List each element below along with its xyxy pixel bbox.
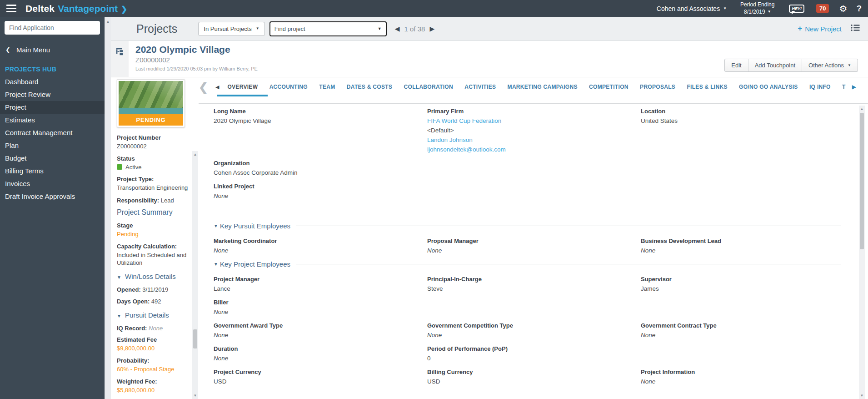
summary-field-estimated-fee: Estimated Fee$9,800,000.00 bbox=[117, 336, 190, 353]
tab-iq-info[interactable]: IQ INFO bbox=[808, 77, 833, 96]
field-value: United States bbox=[641, 116, 841, 126]
scroll-down-icon[interactable]: ▼ bbox=[192, 394, 198, 398]
field-location: LocationUnited States bbox=[641, 108, 841, 155]
field-label: Project Manager bbox=[214, 276, 427, 283]
period-ending-selector[interactable]: Period Ending 8/1/2019 ▼ bbox=[740, 1, 774, 15]
tab-collaboration[interactable]: COLLABORATION bbox=[402, 77, 455, 96]
help-icon[interactable]: ? bbox=[856, 4, 862, 14]
field-value: <Default> bbox=[427, 126, 641, 136]
section-header-key-pursuit-employees[interactable]: ▼Key Pursuit Employees bbox=[214, 222, 841, 230]
field-value: Lead bbox=[159, 197, 174, 204]
project-name: 2020 Olympic Village bbox=[135, 44, 258, 55]
summary-field-weighted-fee: Weighted Fee:$5,880,000.00 bbox=[117, 378, 190, 394]
notification-count-badge[interactable]: 70 bbox=[816, 4, 829, 13]
scrollbar-thumb[interactable] bbox=[860, 113, 864, 249]
form-row: Marketing CoordinatorNoneProposal Manage… bbox=[214, 237, 841, 256]
link-ljohnsondeltek-outlook-com[interactable]: ljohnsondeltek@outlook.com bbox=[427, 145, 641, 155]
section-header-key-project-employees[interactable]: ▼Key Project Employees bbox=[214, 260, 841, 268]
sidebar-item-billing-terms[interactable]: Billing Terms bbox=[0, 165, 105, 177]
page-scrollbar[interactable]: ▲ bbox=[105, 17, 111, 399]
other-actions-button[interactable]: Other Actions ▼ bbox=[802, 59, 858, 71]
field-business-development-lead: Business Development LeadNone bbox=[641, 237, 841, 256]
main-menu-button[interactable]: ❮ Main Menu bbox=[0, 39, 105, 56]
summary-panel-scrollbar[interactable]: ▲ ▼ bbox=[192, 151, 198, 399]
scroll-up-icon[interactable]: ▲ bbox=[105, 20, 111, 24]
hey-notifications-icon[interactable]: HEY! bbox=[789, 5, 804, 13]
new-project-button[interactable]: + New Project bbox=[798, 24, 842, 33]
sidebar-item-draft-invoice-approvals[interactable]: Draft Invoice Approvals bbox=[0, 190, 105, 203]
scroll-down-icon[interactable]: ▼ bbox=[859, 394, 865, 398]
sidebar-item-budget[interactable]: Budget bbox=[0, 152, 105, 165]
hierarchy-tree-icon[interactable] bbox=[115, 47, 125, 77]
link-landon-johnson[interactable]: Landon Johnson bbox=[427, 136, 641, 145]
summary-collapse-win-loss-details[interactable]: ▼ Win/Loss Details bbox=[117, 273, 190, 280]
sidebar-item-estimates[interactable]: Estimates bbox=[0, 114, 105, 126]
tab-files-links[interactable]: FILES & LINKS bbox=[685, 77, 729, 96]
edit-button[interactable]: Edit bbox=[725, 59, 748, 71]
tabs-previous-icon[interactable]: ◀ bbox=[215, 84, 219, 90]
overview-scrollbar[interactable]: ▲ ▼ bbox=[859, 106, 865, 399]
pager-position: 1 of 38 bbox=[404, 25, 425, 33]
field-value: None bbox=[641, 331, 841, 340]
topbar: Deltek Vantagepoint ❯ Cohen and Associat… bbox=[0, 0, 868, 17]
project-summary-panel: PENDING Project NumberZ00000002StatusAct… bbox=[111, 77, 199, 399]
tab-overview[interactable]: OVERVIEW bbox=[225, 77, 259, 96]
field-value: 60% - Proposal Stage bbox=[117, 365, 190, 374]
field-value: 3/11/2019 bbox=[141, 286, 168, 293]
project-filter-dropdown[interactable]: In Pursuit Projects ▼ bbox=[198, 22, 264, 36]
tab-go-no-go-analysis[interactable]: GO/NO GO ANALYSIS bbox=[737, 77, 800, 96]
sidebar-item-plan[interactable]: Plan bbox=[0, 139, 105, 152]
scrollbar-thumb[interactable] bbox=[193, 329, 197, 348]
tab-team[interactable]: TEAM bbox=[317, 77, 337, 96]
field-organization: OrganizationCohen Assoc Corporate Admin bbox=[214, 160, 427, 178]
sidebar-item-dashboard[interactable]: Dashboard bbox=[0, 76, 105, 88]
overview-region: ❮ ◀ OVERVIEWACCOUNTINGTEAMDATES & COSTSC… bbox=[199, 77, 868, 399]
edit-label: Edit bbox=[731, 62, 741, 69]
field-label: Project Information bbox=[641, 369, 841, 375]
summary-fields: Project NumberZ00000002StatusActiveProje… bbox=[117, 134, 190, 399]
tab-activities[interactable]: ACTIVITIES bbox=[463, 77, 498, 96]
sidebar-item-project[interactable]: Project bbox=[0, 101, 105, 114]
tabs-next-icon[interactable]: ▶ bbox=[852, 84, 856, 90]
project-header-icon-column bbox=[111, 41, 129, 77]
find-project-input[interactable] bbox=[274, 25, 378, 32]
field-label: Government Contract Type bbox=[641, 322, 841, 329]
find-application-input[interactable] bbox=[5, 21, 100, 35]
summary-heading-project-summary: Project Summary bbox=[117, 208, 190, 217]
section-divider bbox=[296, 264, 841, 264]
summary-collapse-pursuit-details[interactable]: ▼ Pursuit Details bbox=[117, 311, 190, 319]
tab-dates-costs[interactable]: DATES & COSTS bbox=[345, 77, 394, 96]
field-project-currency: Project CurrencyUSD bbox=[214, 369, 427, 387]
sidebar-item-invoices[interactable]: Invoices bbox=[0, 177, 105, 190]
tab-t[interactable]: T bbox=[840, 77, 848, 96]
field-label: Days Open: bbox=[117, 298, 150, 305]
sidebar-nav: DashboardProject ReviewProjectEstimatesC… bbox=[0, 76, 105, 203]
project-photo[interactable]: PENDING bbox=[117, 79, 185, 127]
find-project-combobox[interactable]: ▼ bbox=[269, 21, 387, 36]
field-label: Linked Project bbox=[214, 183, 427, 190]
field-label: Project Currency bbox=[214, 369, 427, 375]
sidebar-item-project-review[interactable]: Project Review bbox=[0, 88, 105, 101]
sidebar-item-contract-management[interactable]: Contract Management bbox=[0, 126, 105, 139]
add-touchpoint-button[interactable]: Add Touchpoint bbox=[748, 59, 802, 71]
field-value: None bbox=[427, 246, 641, 256]
link-fifa-world-cup-federation[interactable]: FIFA World Cup Federation bbox=[427, 116, 641, 126]
next-record-icon[interactable]: ▶ bbox=[429, 25, 434, 32]
field-label: Project Number bbox=[117, 134, 190, 141]
field-label: Probability: bbox=[117, 357, 190, 364]
form-row: Project CurrencyUSDBilling CurrencyUSDPr… bbox=[214, 369, 841, 387]
scroll-up-icon[interactable]: ▲ bbox=[859, 107, 865, 111]
tab-accounting[interactable]: ACCOUNTING bbox=[268, 77, 309, 96]
scroll-up-icon[interactable]: ▲ bbox=[192, 152, 198, 157]
field-label: Billing Currency bbox=[427, 369, 641, 375]
summary-field-iq-record: IQ Record: None bbox=[117, 324, 190, 333]
list-view-icon[interactable] bbox=[851, 24, 860, 33]
tab-marketing-campaigns[interactable]: MARKETING CAMPAIGNS bbox=[506, 77, 579, 96]
company-selector[interactable]: Cohen and Associates ▼ bbox=[657, 5, 727, 12]
tabs-scroll-left-icon[interactable]: ❮ bbox=[199, 81, 208, 93]
tab-competition[interactable]: COMPETITION bbox=[587, 77, 630, 96]
hamburger-menu-icon[interactable] bbox=[6, 5, 16, 12]
tab-proposals[interactable]: PROPOSALS bbox=[638, 77, 677, 96]
previous-record-icon[interactable]: ◀ bbox=[395, 25, 400, 32]
gear-icon[interactable]: ⚙ bbox=[839, 4, 847, 13]
